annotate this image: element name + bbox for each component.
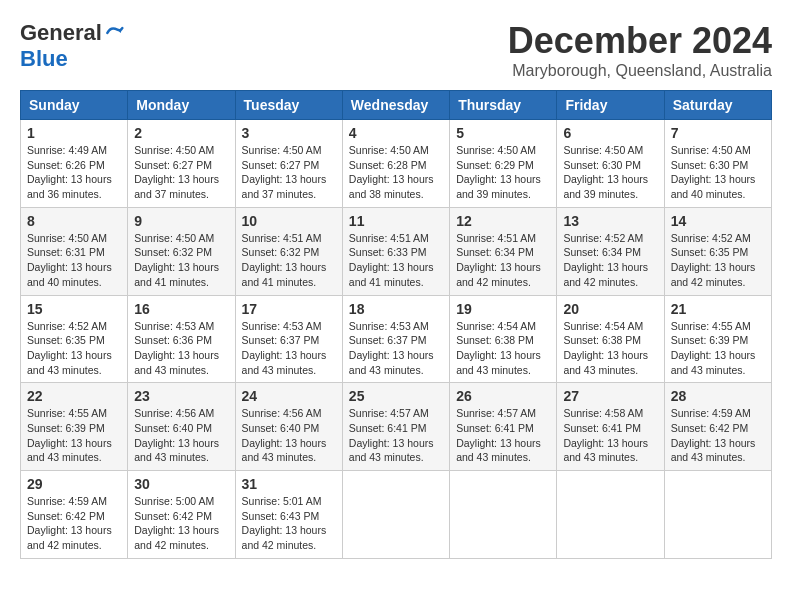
day-info: Sunrise: 5:00 AM Sunset: 6:42 PM Dayligh… <box>134 494 228 553</box>
calendar-cell <box>450 471 557 559</box>
calendar-week-row: 8 Sunrise: 4:50 AM Sunset: 6:31 PM Dayli… <box>21 207 772 295</box>
calendar-cell: 19 Sunrise: 4:54 AM Sunset: 6:38 PM Dayl… <box>450 295 557 383</box>
calendar-cell: 23 Sunrise: 4:56 AM Sunset: 6:40 PM Dayl… <box>128 383 235 471</box>
calendar-header-friday: Friday <box>557 91 664 120</box>
day-info: Sunrise: 4:50 AM Sunset: 6:30 PM Dayligh… <box>563 143 657 202</box>
calendar-cell: 13 Sunrise: 4:52 AM Sunset: 6:34 PM Dayl… <box>557 207 664 295</box>
calendar-table: SundayMondayTuesdayWednesdayThursdayFrid… <box>20 90 772 559</box>
day-number: 18 <box>349 301 443 317</box>
calendar-cell: 29 Sunrise: 4:59 AM Sunset: 6:42 PM Dayl… <box>21 471 128 559</box>
day-info: Sunrise: 4:59 AM Sunset: 6:42 PM Dayligh… <box>671 406 765 465</box>
logo-icon <box>104 23 124 43</box>
day-info: Sunrise: 4:56 AM Sunset: 6:40 PM Dayligh… <box>242 406 336 465</box>
calendar-header-row: SundayMondayTuesdayWednesdayThursdayFrid… <box>21 91 772 120</box>
day-info: Sunrise: 4:50 AM Sunset: 6:31 PM Dayligh… <box>27 231 121 290</box>
calendar-week-row: 22 Sunrise: 4:55 AM Sunset: 6:39 PM Dayl… <box>21 383 772 471</box>
calendar-cell: 10 Sunrise: 4:51 AM Sunset: 6:32 PM Dayl… <box>235 207 342 295</box>
calendar-cell: 14 Sunrise: 4:52 AM Sunset: 6:35 PM Dayl… <box>664 207 771 295</box>
day-number: 26 <box>456 388 550 404</box>
day-number: 29 <box>27 476 121 492</box>
day-number: 12 <box>456 213 550 229</box>
day-info: Sunrise: 4:53 AM Sunset: 6:37 PM Dayligh… <box>349 319 443 378</box>
day-info: Sunrise: 4:50 AM Sunset: 6:30 PM Dayligh… <box>671 143 765 202</box>
day-info: Sunrise: 4:51 AM Sunset: 6:33 PM Dayligh… <box>349 231 443 290</box>
day-info: Sunrise: 4:52 AM Sunset: 6:34 PM Dayligh… <box>563 231 657 290</box>
day-info: Sunrise: 4:52 AM Sunset: 6:35 PM Dayligh… <box>671 231 765 290</box>
calendar-cell: 15 Sunrise: 4:52 AM Sunset: 6:35 PM Dayl… <box>21 295 128 383</box>
day-info: Sunrise: 4:52 AM Sunset: 6:35 PM Dayligh… <box>27 319 121 378</box>
day-number: 11 <box>349 213 443 229</box>
day-number: 5 <box>456 125 550 141</box>
day-info: Sunrise: 4:50 AM Sunset: 6:27 PM Dayligh… <box>242 143 336 202</box>
day-info: Sunrise: 4:50 AM Sunset: 6:32 PM Dayligh… <box>134 231 228 290</box>
day-info: Sunrise: 4:53 AM Sunset: 6:37 PM Dayligh… <box>242 319 336 378</box>
calendar-cell: 22 Sunrise: 4:55 AM Sunset: 6:39 PM Dayl… <box>21 383 128 471</box>
calendar-cell: 3 Sunrise: 4:50 AM Sunset: 6:27 PM Dayli… <box>235 120 342 208</box>
calendar-header-thursday: Thursday <box>450 91 557 120</box>
calendar-cell <box>664 471 771 559</box>
calendar-cell: 11 Sunrise: 4:51 AM Sunset: 6:33 PM Dayl… <box>342 207 449 295</box>
calendar-cell: 18 Sunrise: 4:53 AM Sunset: 6:37 PM Dayl… <box>342 295 449 383</box>
day-number: 7 <box>671 125 765 141</box>
calendar-cell: 28 Sunrise: 4:59 AM Sunset: 6:42 PM Dayl… <box>664 383 771 471</box>
day-number: 10 <box>242 213 336 229</box>
day-number: 17 <box>242 301 336 317</box>
day-info: Sunrise: 4:54 AM Sunset: 6:38 PM Dayligh… <box>456 319 550 378</box>
day-number: 2 <box>134 125 228 141</box>
calendar-cell: 9 Sunrise: 4:50 AM Sunset: 6:32 PM Dayli… <box>128 207 235 295</box>
calendar-header-wednesday: Wednesday <box>342 91 449 120</box>
day-info: Sunrise: 4:50 AM Sunset: 6:27 PM Dayligh… <box>134 143 228 202</box>
day-info: Sunrise: 4:55 AM Sunset: 6:39 PM Dayligh… <box>671 319 765 378</box>
calendar-cell <box>342 471 449 559</box>
calendar-cell: 2 Sunrise: 4:50 AM Sunset: 6:27 PM Dayli… <box>128 120 235 208</box>
day-number: 16 <box>134 301 228 317</box>
page-header: General Blue December 2024 Maryborough, … <box>20 20 772 80</box>
title-block: December 2024 Maryborough, Queensland, A… <box>508 20 772 80</box>
logo-blue: Blue <box>20 46 68 72</box>
day-number: 9 <box>134 213 228 229</box>
calendar-week-row: 1 Sunrise: 4:49 AM Sunset: 6:26 PM Dayli… <box>21 120 772 208</box>
calendar-cell: 27 Sunrise: 4:58 AM Sunset: 6:41 PM Dayl… <box>557 383 664 471</box>
calendar-cell: 4 Sunrise: 4:50 AM Sunset: 6:28 PM Dayli… <box>342 120 449 208</box>
day-info: Sunrise: 4:54 AM Sunset: 6:38 PM Dayligh… <box>563 319 657 378</box>
day-number: 25 <box>349 388 443 404</box>
day-info: Sunrise: 4:51 AM Sunset: 6:34 PM Dayligh… <box>456 231 550 290</box>
day-number: 21 <box>671 301 765 317</box>
calendar-cell: 16 Sunrise: 4:53 AM Sunset: 6:36 PM Dayl… <box>128 295 235 383</box>
day-number: 3 <box>242 125 336 141</box>
calendar-cell: 21 Sunrise: 4:55 AM Sunset: 6:39 PM Dayl… <box>664 295 771 383</box>
day-number: 23 <box>134 388 228 404</box>
calendar-cell: 5 Sunrise: 4:50 AM Sunset: 6:29 PM Dayli… <box>450 120 557 208</box>
calendar-cell: 24 Sunrise: 4:56 AM Sunset: 6:40 PM Dayl… <box>235 383 342 471</box>
calendar-cell: 30 Sunrise: 5:00 AM Sunset: 6:42 PM Dayl… <box>128 471 235 559</box>
day-info: Sunrise: 4:58 AM Sunset: 6:41 PM Dayligh… <box>563 406 657 465</box>
day-number: 31 <box>242 476 336 492</box>
day-info: Sunrise: 4:55 AM Sunset: 6:39 PM Dayligh… <box>27 406 121 465</box>
calendar-cell: 1 Sunrise: 4:49 AM Sunset: 6:26 PM Dayli… <box>21 120 128 208</box>
calendar-cell: 25 Sunrise: 4:57 AM Sunset: 6:41 PM Dayl… <box>342 383 449 471</box>
day-info: Sunrise: 4:50 AM Sunset: 6:29 PM Dayligh… <box>456 143 550 202</box>
day-number: 8 <box>27 213 121 229</box>
calendar-cell <box>557 471 664 559</box>
calendar-header-sunday: Sunday <box>21 91 128 120</box>
calendar-week-row: 15 Sunrise: 4:52 AM Sunset: 6:35 PM Dayl… <box>21 295 772 383</box>
day-number: 30 <box>134 476 228 492</box>
day-number: 28 <box>671 388 765 404</box>
calendar-week-row: 29 Sunrise: 4:59 AM Sunset: 6:42 PM Dayl… <box>21 471 772 559</box>
day-number: 6 <box>563 125 657 141</box>
day-number: 27 <box>563 388 657 404</box>
calendar-cell: 31 Sunrise: 5:01 AM Sunset: 6:43 PM Dayl… <box>235 471 342 559</box>
calendar-cell: 8 Sunrise: 4:50 AM Sunset: 6:31 PM Dayli… <box>21 207 128 295</box>
day-info: Sunrise: 4:56 AM Sunset: 6:40 PM Dayligh… <box>134 406 228 465</box>
day-number: 4 <box>349 125 443 141</box>
day-number: 14 <box>671 213 765 229</box>
day-number: 19 <box>456 301 550 317</box>
calendar-header-saturday: Saturday <box>664 91 771 120</box>
day-info: Sunrise: 4:51 AM Sunset: 6:32 PM Dayligh… <box>242 231 336 290</box>
calendar-cell: 7 Sunrise: 4:50 AM Sunset: 6:30 PM Dayli… <box>664 120 771 208</box>
calendar-header-monday: Monday <box>128 91 235 120</box>
day-info: Sunrise: 5:01 AM Sunset: 6:43 PM Dayligh… <box>242 494 336 553</box>
calendar-cell: 26 Sunrise: 4:57 AM Sunset: 6:41 PM Dayl… <box>450 383 557 471</box>
logo: General Blue <box>20 20 124 72</box>
day-number: 24 <box>242 388 336 404</box>
